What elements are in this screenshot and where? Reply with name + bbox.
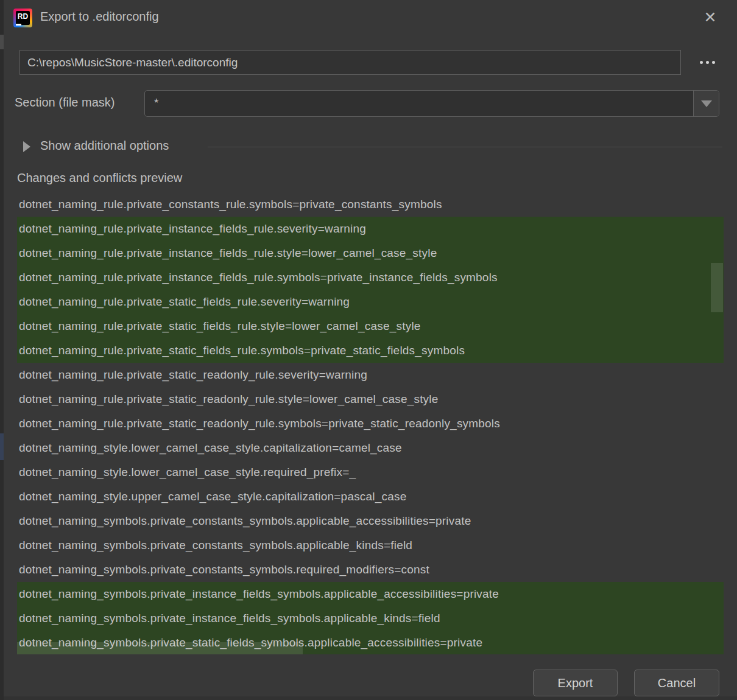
window-left-edge	[0, 0, 4, 700]
preview-row[interactable]: dotnet_naming_rule.private_static_readon…	[17, 363, 724, 387]
dialog-bottom-edge	[4, 696, 737, 700]
section-file-mask-combobox[interactable]: *	[144, 90, 719, 117]
preview-row[interactable]: dotnet_naming_symbols.private_constants_…	[17, 533, 724, 558]
preview-row[interactable]: dotnet_naming_symbols.private_constants_…	[17, 509, 724, 533]
preview-row[interactable]: dotnet_naming_rule.private_static_fields…	[17, 290, 724, 314]
preview-row[interactable]: dotnet_naming_style.lower_camel_case_sty…	[17, 436, 724, 460]
rider-logo-letters: RD	[16, 11, 30, 25]
dialog-title: Export to .editorconfig	[40, 10, 159, 24]
preview-row[interactable]: dotnet_naming_style.lower_camel_case_sty…	[17, 460, 724, 485]
preview-row[interactable]: dotnet_naming_rule.private_instance_fiel…	[17, 217, 724, 241]
window-left-edge-accent	[0, 433, 4, 460]
file-path-input[interactable]: C:\repos\MusicStore-master\.editorconfig	[19, 50, 681, 75]
chevron-down-icon	[701, 100, 712, 107]
close-icon[interactable]: ✕	[701, 8, 719, 26]
cancel-button[interactable]: Cancel	[634, 670, 719, 696]
preview-row[interactable]: dotnet_naming_symbols.private_instance_f…	[17, 582, 724, 606]
expander-divider	[208, 147, 722, 147]
browse-ellipsis-button[interactable]	[697, 55, 718, 69]
section-file-mask-label: Section (file mask)	[15, 96, 115, 110]
combobox-dropdown-button[interactable]	[693, 91, 719, 116]
rider-logo-icon: RD	[13, 9, 32, 27]
preview-row[interactable]: dotnet_naming_rule.private_static_readon…	[17, 387, 724, 411]
expander-collapsed-arrow-icon[interactable]	[23, 141, 30, 152]
ellipsis-dot	[706, 61, 709, 64]
preview-row[interactable]: dotnet_naming_symbols.private_constants_…	[17, 558, 724, 582]
show-additional-options-toggle[interactable]: Show additional options	[40, 139, 169, 153]
rider-logo-underscore	[16, 24, 21, 26]
vertical-scrollbar-thumb[interactable]	[711, 263, 723, 312]
export-button[interactable]: Export	[533, 670, 618, 696]
preview-row[interactable]: dotnet_naming_rule.private_constants_rul…	[17, 192, 724, 217]
preview-row[interactable]: dotnet_naming_rule.private_static_fields…	[17, 338, 724, 363]
changes-preview-label: Changes and conflicts preview	[17, 171, 182, 185]
preview-row[interactable]: dotnet_naming_rule.private_static_readon…	[17, 411, 724, 436]
window-left-edge-highlight	[0, 35, 4, 49]
ellipsis-dot	[712, 61, 715, 64]
combobox-value[interactable]: *	[154, 96, 158, 110]
horizontal-scrollbar-thumb[interactable]	[17, 642, 303, 654]
preview-row[interactable]: dotnet_naming_rule.private_static_fields…	[17, 314, 724, 338]
ellipsis-dot	[700, 61, 703, 64]
preview-row[interactable]: dotnet_naming_rule.private_instance_fiel…	[17, 241, 724, 265]
preview-row[interactable]: dotnet_naming_rule.private_instance_fiel…	[17, 265, 724, 290]
preview-row[interactable]: dotnet_naming_symbols.private_instance_f…	[17, 606, 724, 631]
preview-list[interactable]: dotnet_naming_rule.private_constants_rul…	[17, 192, 724, 654]
preview-row[interactable]: dotnet_naming_style.upper_camel_case_sty…	[17, 485, 724, 509]
